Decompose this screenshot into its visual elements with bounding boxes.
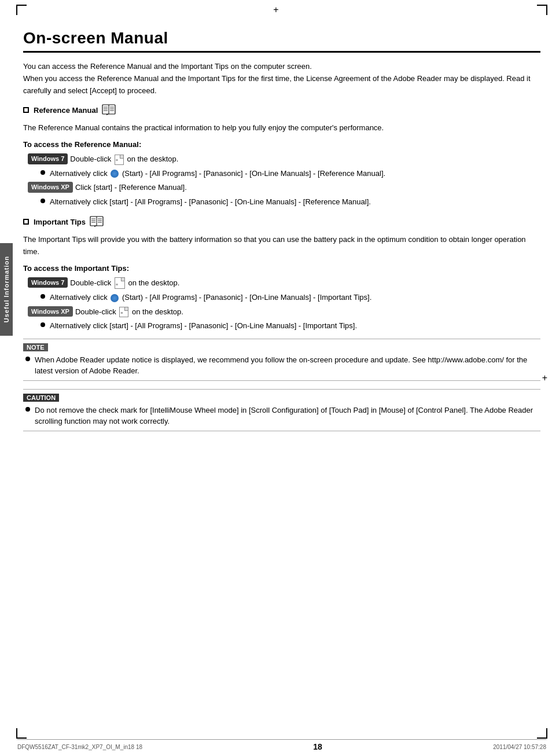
- reference-manual-heading: Reference Manual: [23, 104, 540, 116]
- reference-bullet: [23, 107, 29, 113]
- cross-top: [273, 5, 278, 15]
- corner-mark-bl: [16, 728, 27, 739]
- corner-mark-tl: [16, 5, 27, 15]
- caution-section: CAUTION Do not remove the check mark for…: [23, 389, 540, 431]
- reference-desc: The Reference Manual contains the practi…: [23, 122, 540, 134]
- tips-winxp-line: Windows XP Double-click on the desktop.: [28, 306, 540, 318]
- ref-winxp-line: Windows XP Click [start] - [Reference Ma…: [28, 182, 540, 193]
- important-tips-icon: [89, 215, 104, 228]
- reference-sub-heading: To access the Reference Manual:: [23, 140, 540, 149]
- tips-winxp-alt-bullet: [41, 322, 45, 327]
- win7-badge: Windows 7: [28, 153, 68, 164]
- tips-win7-text: Double-click on the desktop.: [70, 277, 179, 289]
- win7-badge-tips: Windows 7: [28, 277, 68, 288]
- windows-start-icon2: [111, 294, 119, 302]
- important-tips-desc: The Important Tips will provide you with…: [23, 234, 540, 258]
- footer: DFQW5516ZAT_CF-31mk2_XP7_OI_M_in18 18 18…: [17, 739, 546, 751]
- ref-win7-line: Windows 7 Double-click on the desktop.: [28, 153, 540, 165]
- note-section: NOTE When Adobe Reader update notice is …: [23, 339, 540, 381]
- ref-win7-alt-line: Alternatively click (Start) - [All Progr…: [41, 168, 540, 179]
- side-tab-label: Useful Information: [3, 256, 10, 322]
- tips-win7-file-icon: [115, 277, 125, 289]
- page-number: 18: [313, 742, 322, 751]
- tips-win7-alt-text: Alternatively click (Start) - [All Progr…: [50, 292, 371, 303]
- ref-winxp-alt-line: Alternatively click [start] - [All Progr…: [41, 196, 540, 208]
- tips-winxp-alt-text: Alternatively click [start] - [All Progr…: [50, 320, 357, 332]
- caution-badge: CAUTION: [23, 394, 59, 402]
- note-badge: NOTE: [23, 343, 48, 351]
- ref-winxp-alt-bullet: [41, 199, 45, 203]
- ref-winxp-alt-text: Alternatively click [start] - [All Progr…: [50, 196, 371, 208]
- page-title: On-screen Manual: [23, 29, 540, 47]
- reference-manual-icon: [101, 104, 116, 116]
- ref-winxp-text: Click [start] - [Reference Manual].: [75, 182, 187, 193]
- intro-text: You can access the Reference Manual and …: [23, 61, 540, 97]
- caution-text: Do not remove the check mark for [Intell…: [35, 405, 540, 427]
- corner-mark-tr: [537, 5, 547, 15]
- reference-manual-title: Reference Manual: [34, 106, 98, 115]
- winxp-badge-ref: Windows XP: [28, 182, 73, 193]
- tips-win7-alt-bullet: [41, 294, 45, 299]
- note-item: When Adobe Reader update notice is displ…: [25, 354, 540, 377]
- tips-win7-line: Windows 7 Double-click on the desktop.: [28, 277, 540, 289]
- intro-line2: When you access the Reference Manual and…: [23, 74, 531, 95]
- important-tips-sub-heading: To access the Important Tips:: [23, 264, 540, 273]
- important-tips-bullet: [23, 219, 29, 225]
- tips-winxp-alt-line: Alternatively click [start] - [All Progr…: [41, 320, 540, 332]
- note-bullet: [25, 357, 30, 361]
- main-content: On-screen Manual You can access the Refe…: [23, 29, 540, 756]
- windows-start-icon: [111, 170, 119, 178]
- caution-item: Do not remove the check mark for [Intell…: [25, 405, 540, 427]
- ref-win7-alt-text: Alternatively click (Start) - [All Progr…: [50, 168, 385, 179]
- note-text: When Adobe Reader update notice is displ…: [35, 354, 540, 377]
- caution-bullet: [25, 407, 30, 412]
- cross-right: [542, 373, 547, 383]
- ref-win7-alt-bullet: [41, 170, 45, 175]
- tips-win7-alt-line: Alternatively click (Start) - [All Progr…: [41, 292, 540, 303]
- page-wrapper: Useful Information On-screen Manual You …: [0, 0, 552, 756]
- side-tab: Useful Information: [0, 243, 13, 336]
- ref-win7-file-icon: [115, 155, 124, 165]
- tips-winxp-text: Double-click on the desktop.: [75, 306, 183, 318]
- footer-right: 2011/04/27 10:57:28: [493, 744, 546, 750]
- important-tips-heading: Important Tips: [23, 215, 540, 228]
- intro-line1: You can access the Reference Manual and …: [23, 62, 312, 71]
- footer-left: DFQW5516ZAT_CF-31mk2_XP7_OI_M_in18 18: [17, 744, 142, 750]
- title-rule: [23, 51, 540, 53]
- tips-winxp-file-icon: [119, 307, 128, 317]
- corner-mark-br: [537, 728, 547, 739]
- winxp-badge-tips: Windows XP: [28, 306, 73, 317]
- ref-win7-text: Double-click on the desktop.: [70, 153, 178, 165]
- important-tips-title: Important Tips: [34, 218, 86, 226]
